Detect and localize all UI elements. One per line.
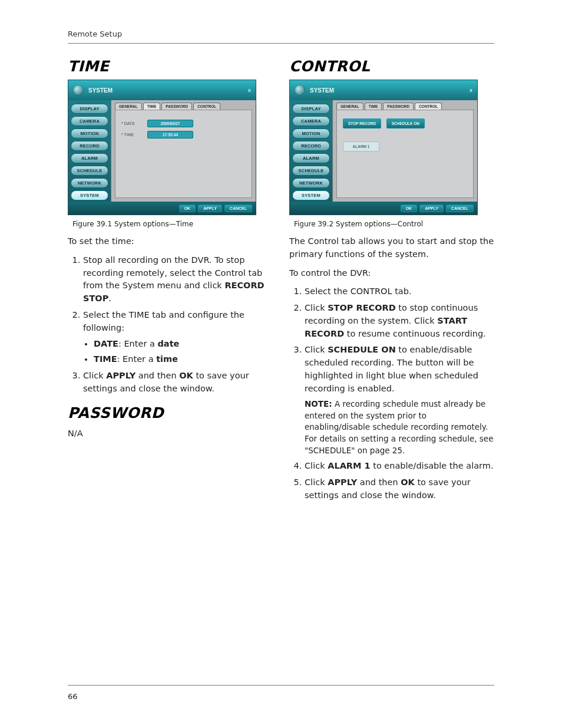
apply-button[interactable]: APPLY <box>419 205 444 212</box>
time-intro: To set the time: <box>68 235 273 248</box>
text: to resume continuous recording. <box>344 329 485 338</box>
shot-footer: OK APPLY CANCEL <box>68 202 256 215</box>
text-strong: STOP RECORD <box>328 303 396 312</box>
two-column-layout: Time SYSTEM x DISPLAY CAMERA MOTION RECO… <box>35 58 527 511</box>
close-icon[interactable]: x <box>248 87 251 93</box>
time-value[interactable]: 17:52:44 <box>147 131 193 139</box>
text-strong: APPLY <box>328 477 357 487</box>
sidebar-camera[interactable]: CAMERA <box>292 116 330 126</box>
bullet-date: DATE: Enter a date <box>94 338 273 351</box>
alarm1-button[interactable]: ALARM 1 <box>343 141 379 151</box>
time-label: * TIME <box>121 133 143 137</box>
tab-password[interactable]: PASSWORD <box>383 103 414 110</box>
text-strong: DATE <box>94 339 118 348</box>
running-header: Remote Setup <box>35 29 527 38</box>
text: : Enter a <box>118 339 158 348</box>
panel-body-control: STOP RECORD SCHEDULE ON ALARM 1 <box>336 110 474 198</box>
tab-time[interactable]: TIME <box>143 103 161 110</box>
cancel-button[interactable]: CANCEL <box>224 205 252 212</box>
time-body: To set the time: Stop all recording on t… <box>68 235 273 395</box>
sidebar-network[interactable]: NETWORK <box>292 178 330 188</box>
text-strong: APPLY <box>106 371 135 380</box>
sidebar-camera[interactable]: CAMERA <box>71 116 108 126</box>
password-body: N/A <box>68 427 273 440</box>
text: Select the TIME tab and configure the fo… <box>83 310 244 332</box>
gear-icon <box>73 85 84 95</box>
schedule-on-button[interactable]: SCHEDULE ON <box>386 118 425 129</box>
sidebar-motion[interactable]: MOTION <box>71 129 108 139</box>
sidebar-motion[interactable]: MOTION <box>292 129 330 139</box>
control-note: NOTE: A recording schedule must already … <box>305 398 494 456</box>
sidebar-record[interactable]: RECORD <box>71 141 108 151</box>
stop-record-button[interactable]: STOP RECORD <box>343 118 381 129</box>
footer-rule <box>68 685 494 686</box>
apply-button[interactable]: APPLY <box>198 205 222 212</box>
gear-icon <box>295 85 305 95</box>
text: and then <box>357 477 401 487</box>
right-column: Control SYSTEM x DISPLAY CAMERA MOTION R… <box>289 58 494 511</box>
text: : Enter a <box>117 354 157 364</box>
time-step-2: Select the TIME tab and configure the fo… <box>83 309 273 366</box>
text: Click <box>83 371 106 380</box>
control-intro-para: The Control tab allows you to start and … <box>289 235 494 261</box>
close-icon[interactable]: x <box>470 87 472 93</box>
control-step-1: Select the CONTROL tab. <box>305 285 494 298</box>
document-page: Remote Setup Time SYSTEM x DISPLAY CAMER… <box>0 0 562 728</box>
left-column: Time SYSTEM x DISPLAY CAMERA MOTION RECO… <box>68 58 273 511</box>
tab-control[interactable]: CONTROL <box>193 103 220 110</box>
tab-control[interactable]: CONTROL <box>415 103 442 110</box>
sidebar-network[interactable]: NETWORK <box>71 178 108 188</box>
text-strong: OK <box>401 477 415 487</box>
text-strong: SCHEDULE ON <box>328 345 396 354</box>
panel-body-time: * DATE 2009/04/27 * TIME 17:52:44 <box>115 110 252 198</box>
text-strong: ALARM 1 <box>328 461 370 470</box>
text: Click <box>305 461 328 470</box>
tab-general[interactable]: GENERAL <box>115 103 142 110</box>
sidebar-alarm[interactable]: ALARM <box>292 153 330 163</box>
sidebar-alarm[interactable]: ALARM <box>71 153 108 163</box>
time-step-3: Click APPLY and then OK to save your set… <box>83 370 273 396</box>
text-strong: time <box>156 354 178 364</box>
cancel-button[interactable]: CANCEL <box>446 205 474 212</box>
date-value[interactable]: 2009/04/27 <box>147 120 193 127</box>
control-step-2: Click STOP RECORD to stop continuous rec… <box>305 302 494 340</box>
tab-time[interactable]: TIME <box>365 103 382 110</box>
sidebar-system[interactable]: SYSTEM <box>292 190 330 200</box>
control-heading: Control <box>289 58 494 75</box>
text-strong: OK <box>179 371 193 380</box>
date-label: * DATE <box>121 121 143 126</box>
shot-header: SYSTEM x <box>290 80 477 100</box>
shot-header: SYSTEM x <box>68 80 256 100</box>
shot-footer: OK APPLY CANCEL <box>290 202 477 215</box>
figure-control-screenshot: SYSTEM x DISPLAY CAMERA MOTION RECORD AL… <box>289 80 478 215</box>
shot-panel: GENERAL TIME PASSWORD CONTROL STOP RECOR… <box>332 100 477 202</box>
tab-password[interactable]: PASSWORD <box>161 103 192 110</box>
text-strong: date <box>157 339 179 348</box>
sidebar-display[interactable]: DISPLAY <box>71 104 108 114</box>
control-body: The Control tab allows you to start and … <box>289 235 494 502</box>
bullet-time: TIME: Enter a time <box>94 353 273 366</box>
text: Click <box>305 303 328 312</box>
figure-time-caption: Figure 39.1 System options—Time <box>72 220 273 228</box>
shot-title: SYSTEM <box>310 87 334 94</box>
sidebar-display[interactable]: DISPLAY <box>292 104 330 114</box>
time-step-1: Stop all recording on the DVR. To stop r… <box>83 254 273 305</box>
note-label: NOTE: <box>305 399 332 409</box>
figure-time-screenshot: SYSTEM x DISPLAY CAMERA MOTION RECORD AL… <box>68 80 256 215</box>
tab-general[interactable]: GENERAL <box>336 103 363 110</box>
sidebar-schedule[interactable]: SCHEDULE <box>71 166 108 176</box>
shot-sidebar: DISPLAY CAMERA MOTION RECORD ALARM SCHED… <box>290 100 332 202</box>
ok-button[interactable]: OK <box>179 205 196 212</box>
shot-tabs: GENERAL TIME PASSWORD CONTROL <box>111 100 256 110</box>
ok-button[interactable]: OK <box>401 205 418 212</box>
note-body: A recording schedule must already be ent… <box>305 399 493 454</box>
text: and then <box>135 371 179 380</box>
password-heading: Password <box>68 404 273 421</box>
text: to enable/disable the alarm. <box>371 461 494 470</box>
text: Click <box>305 345 328 354</box>
control-step-5: Click APPLY and then OK to save your set… <box>305 476 494 502</box>
control-step-4: Click ALARM 1 to enable/disable the alar… <box>305 460 494 473</box>
sidebar-system[interactable]: SYSTEM <box>71 190 108 200</box>
sidebar-schedule[interactable]: SCHEDULE <box>292 166 330 176</box>
sidebar-record[interactable]: RECORD <box>292 141 330 151</box>
